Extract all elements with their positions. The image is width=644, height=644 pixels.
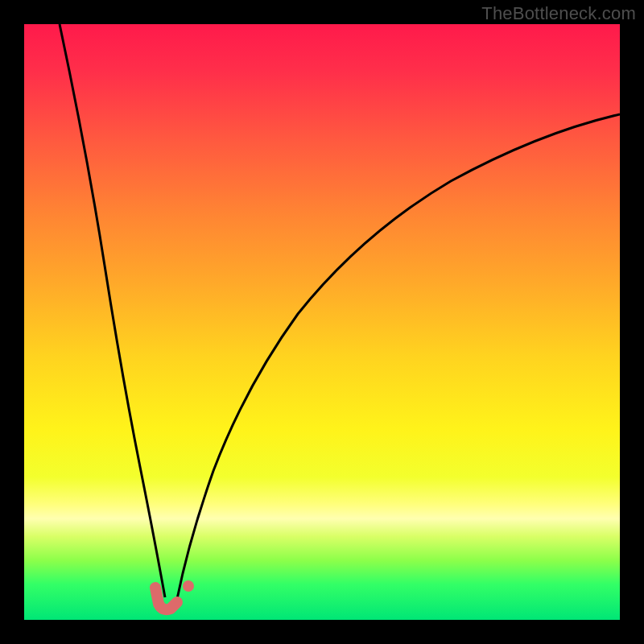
valley-dot	[183, 580, 194, 592]
plot-area	[24, 24, 620, 620]
curve-left-branch	[60, 24, 165, 597]
watermark-text: TheBottleneck.com	[481, 3, 636, 24]
valley-marker-group	[155, 580, 194, 609]
chart-frame: TheBottleneck.com	[0, 0, 644, 644]
valley-blob	[155, 588, 177, 609]
curve-right-branch	[177, 114, 620, 599]
curve-layer	[24, 24, 620, 620]
